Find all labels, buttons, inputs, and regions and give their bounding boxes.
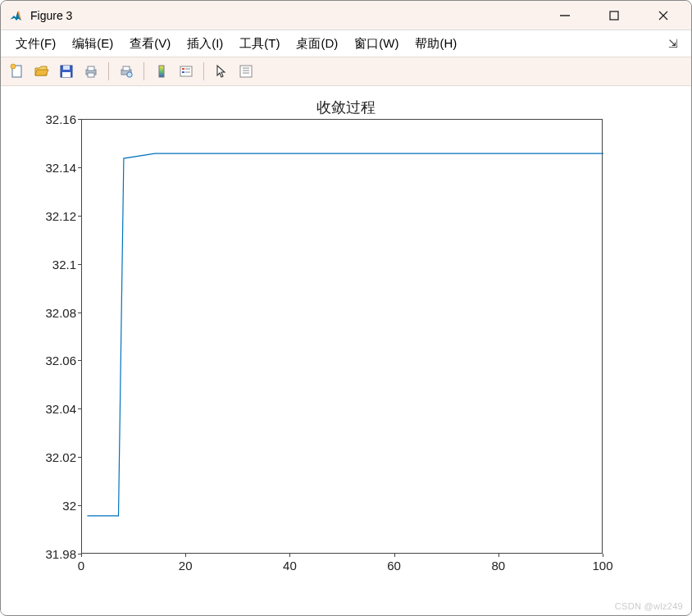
y-tick-label: 32.16: [30, 112, 76, 126]
print-button[interactable]: [80, 60, 102, 83]
menu-bar: 文件(F) 编辑(E) 查看(V) 插入(I) 工具(T) 桌面(D) 窗口(W…: [1, 30, 691, 57]
toolbar-separator: [143, 62, 144, 80]
svg-rect-7: [63, 66, 70, 70]
svg-rect-8: [62, 72, 71, 77]
svg-rect-18: [182, 71, 184, 73]
svg-rect-1: [610, 11, 618, 20]
menu-help[interactable]: 帮助(H): [408, 33, 463, 55]
svg-rect-10: [88, 66, 94, 71]
x-tick-label: 100: [592, 559, 612, 573]
menu-view[interactable]: 查看(V): [123, 33, 177, 55]
y-tick-label: 32.08: [30, 305, 76, 319]
menu-desktop[interactable]: 桌面(D): [289, 33, 344, 55]
insert-colorbar-button[interactable]: [150, 60, 173, 83]
save-button[interactable]: [55, 60, 78, 83]
print-preview-button[interactable]: [115, 60, 138, 83]
svg-point-5: [11, 64, 16, 69]
close-button[interactable]: [639, 1, 688, 30]
data-cursor-button[interactable]: [234, 60, 257, 83]
y-tick-label: 32.12: [30, 208, 76, 222]
minimize-button[interactable]: [540, 1, 590, 30]
menu-insert[interactable]: 插入(I): [180, 33, 230, 55]
figure-canvas: 收敛过程 CSDN @wlz249 31.983232.0232.0432.06…: [1, 86, 691, 614]
open-button[interactable]: [30, 60, 53, 83]
y-tick-label: 32.04: [30, 402, 76, 416]
y-tick-label: 31.98: [30, 547, 76, 561]
svg-rect-15: [159, 66, 164, 77]
y-tick-label: 32.06: [30, 354, 76, 367]
menu-tools[interactable]: 工具(T): [233, 33, 286, 55]
y-tick-label: 32: [30, 499, 76, 513]
svg-point-14: [127, 72, 132, 77]
svg-rect-11: [88, 73, 94, 77]
insert-legend-button[interactable]: [175, 60, 198, 83]
axes[interactable]: [81, 119, 603, 554]
maximize-button[interactable]: [590, 1, 639, 30]
x-tick-label: 40: [283, 559, 297, 573]
title-bar: Figure 3: [1, 1, 691, 30]
new-figure-button[interactable]: [6, 60, 29, 83]
x-tick-label: 80: [491, 559, 505, 573]
line-plot: [82, 120, 603, 554]
svg-rect-13: [123, 66, 130, 71]
menu-window[interactable]: 窗口(W): [348, 33, 405, 55]
toolbar: [1, 57, 691, 86]
menu-overflow-icon[interactable]: ⇲: [668, 37, 683, 50]
menu-file[interactable]: 文件(F): [9, 33, 62, 55]
pointer-button[interactable]: [210, 60, 233, 83]
svg-rect-17: [182, 68, 184, 70]
x-tick-label: 20: [179, 559, 193, 573]
menu-edit[interactable]: 编辑(E): [66, 33, 120, 55]
series-line: [87, 153, 603, 516]
svg-rect-21: [240, 66, 252, 77]
toolbar-separator: [108, 62, 109, 80]
x-tick-label: 60: [387, 559, 401, 573]
matlab-icon: [9, 8, 24, 23]
x-tick-label: 0: [78, 559, 84, 573]
y-tick-label: 32.14: [30, 160, 76, 174]
y-tick-label: 32.1: [30, 257, 76, 271]
y-tick-label: 32.02: [30, 450, 76, 464]
window-title: Figure 3: [30, 9, 540, 22]
toolbar-separator: [203, 62, 204, 80]
chart-title: 收敛过程: [1, 98, 691, 117]
watermark: CSDN @wlz249: [615, 601, 683, 611]
